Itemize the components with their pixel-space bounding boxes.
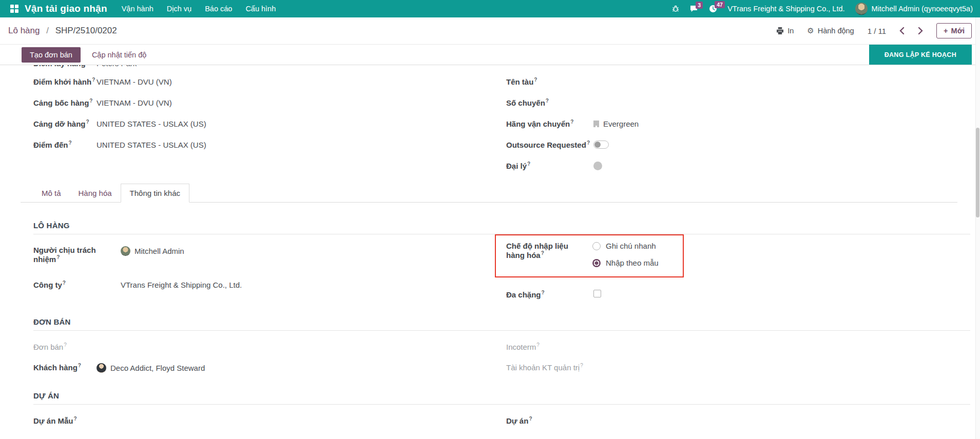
- field-label: Đơn bán: [33, 342, 97, 351]
- header-fields: Điểm khởi hành VIETNAM - DVU (VN) Cảng b…: [21, 70, 957, 172]
- field-value[interactable]: UNITED STATES - USLAX (US): [97, 119, 206, 128]
- field-du-an-mau: Dự án Mẫu: [33, 416, 485, 425]
- field-du-an: Dự án: [506, 416, 957, 425]
- messages-count-badge: 3: [696, 2, 703, 9]
- field-label: Tài khoản KT quản trị: [506, 363, 583, 372]
- field-dai-ly: Đại lý: [506, 159, 957, 172]
- section-title: LÔ HÀNG: [33, 221, 970, 234]
- field-hang-van-chuyen: Hãng vận chuyển Evergreen: [506, 117, 957, 130]
- agent-avatar-placeholder[interactable]: [593, 162, 602, 170]
- breadcrumb: Lô hàng / SHP/2510/0202: [8, 26, 117, 36]
- field-label: Người chịu trách nhiệm: [33, 246, 121, 264]
- action-label: Hành động: [818, 27, 854, 35]
- user-avatar: [855, 3, 868, 15]
- field-label: Dự án Mẫu: [33, 416, 77, 425]
- control-panel: Lô hàng / SHP/2510/0202 In ⚙ Hành động 1…: [0, 17, 980, 44]
- header-fields-right: Tên tàu Số chuyến Hãng vận chuyển Evergr…: [506, 70, 957, 172]
- create-sale-order-button[interactable]: Tạo đơn bán: [22, 47, 81, 63]
- field-so-chuyen: Số chuyến: [506, 96, 957, 109]
- breadcrumb-parent[interactable]: Lô hàng: [8, 26, 40, 35]
- field-label: Điểm đến: [33, 140, 97, 149]
- top-navbar: Vận tải giao nhận Vận hành Dịch vụ Báo c…: [0, 0, 980, 17]
- field-outsource-requested: Outsource Requested: [506, 138, 957, 151]
- radio-ghi-chu-nhanh[interactable]: Ghi chú nhanh: [592, 242, 659, 250]
- field-cang-boc-hang: Cảng bốc hàng VIETNAM - DVU (VN): [33, 96, 485, 109]
- status-badge-planning[interactable]: ĐANG LẬP KẾ HOẠCH: [869, 45, 972, 65]
- form-sheet: Điểm lấy hàng Peters Park Điểm khởi hành…: [0, 65, 980, 439]
- section-du-an: DỰ ÁN Dự án Mẫu Dự án: [21, 391, 957, 425]
- debug-bug-icon[interactable]: [671, 5, 680, 13]
- field-value[interactable]: UNITED STATES - USLAX (US): [97, 141, 206, 149]
- gear-icon: ⚙: [807, 26, 814, 35]
- tab-hang-hoa[interactable]: Hàng hóa: [70, 184, 121, 202]
- user-menu[interactable]: Mitchell Admin (qynoeeqvyt5a): [855, 3, 973, 15]
- carrier-name: Evergreen: [603, 119, 639, 128]
- field-label: Số chuyến: [506, 98, 593, 107]
- new-record-button[interactable]: + Mới: [936, 23, 972, 38]
- menu-bao-cao[interactable]: Báo cáo: [205, 5, 232, 13]
- notebook-tabs: Mô tả Hàng hóa Thông tin khác: [21, 184, 957, 203]
- field-label: Cảng dỡ hàng: [33, 119, 97, 128]
- pager-next-button[interactable]: [918, 27, 923, 34]
- print-label: In: [787, 27, 794, 35]
- field-don-ban: Đơn bán: [33, 342, 485, 351]
- responsible-value[interactable]: Mitchell Admin: [121, 246, 184, 256]
- customer-value[interactable]: Deco Addict, Floyd Steward: [97, 363, 205, 373]
- plus-icon: +: [944, 27, 948, 35]
- section-title: DỰ ÁN: [33, 391, 970, 405]
- menu-dich-vu[interactable]: Dịch vụ: [167, 5, 191, 13]
- responsible-avatar: [121, 246, 130, 256]
- print-button[interactable]: In: [776, 27, 794, 35]
- activities-count-badge: 47: [715, 1, 725, 8]
- clipped-field-row: Điểm lấy hàng Peters Park: [21, 65, 957, 70]
- form-statusbar: Tạo đơn bán Cập nhật tiến độ ĐANG LẬP KẾ…: [0, 44, 980, 65]
- header-fields-left: Điểm khởi hành VIETNAM - DVU (VN) Cảng b…: [33, 70, 485, 172]
- tab-thong-tin-khac[interactable]: Thông tin khác: [121, 184, 189, 203]
- field-khach-hang: Khách hàng Deco Addict, Floyd Steward: [33, 363, 485, 373]
- section-title: ĐƠN BÁN: [33, 317, 970, 331]
- outsource-toggle[interactable]: [593, 141, 609, 149]
- radio-nhap-theo-mau[interactable]: Nhập theo mẫu: [592, 258, 659, 267]
- responsible-name: Mitchell Admin: [134, 247, 184, 255]
- field-label: Công ty: [33, 280, 121, 289]
- field-value[interactable]: VIETNAM - DVU (VN): [97, 77, 172, 86]
- multi-leg-checkbox[interactable]: [593, 290, 601, 297]
- field-label: Đa chặng: [506, 290, 593, 299]
- pager-previous-button[interactable]: [899, 27, 905, 34]
- highlight-red-box: Chế độ nhập liệu hàng hóa Ghi chú nhanh …: [495, 234, 684, 277]
- radio-selected-icon[interactable]: [592, 259, 601, 267]
- action-menu-button[interactable]: ⚙ Hành động: [807, 26, 854, 35]
- company-switcher[interactable]: VTrans Freight & Shipping Co., Ltd.: [727, 5, 844, 13]
- app-title[interactable]: Vận tải giao nhận: [25, 3, 107, 14]
- user-name: Mitchell Admin (qynoeeqvyt5a): [872, 5, 973, 13]
- field-label: Cảng bốc hàng: [33, 98, 97, 107]
- clipped-field-label: Điểm lấy hàng: [33, 65, 97, 69]
- field-ten-tau: Tên tàu: [506, 75, 957, 88]
- tab-mo-ta[interactable]: Mô tả: [33, 184, 70, 202]
- update-progress-button[interactable]: Cập nhật tiến độ: [92, 51, 146, 59]
- field-che-do-nhap-lieu: Chế độ nhập liệu hàng hóa Ghi chú nhanh …: [506, 242, 672, 267]
- clipped-field-value: Peters Park: [97, 65, 137, 69]
- field-label: Incoterm: [506, 342, 540, 351]
- section-don-ban: ĐƠN BÁN Đơn bán Khách hàng Deco Addict, …: [21, 317, 957, 373]
- radio-label: Ghi chú nhanh: [606, 242, 656, 250]
- record-pager: 1 / 11: [868, 27, 886, 35]
- menu-cau-hinh[interactable]: Cấu hình: [245, 5, 276, 13]
- field-label: Khách hàng: [33, 363, 97, 372]
- messages-icon[interactable]: 3: [690, 5, 699, 13]
- menu-van-hanh[interactable]: Vận hành: [122, 5, 153, 13]
- field-value[interactable]: VIETNAM - DVU (VN): [97, 98, 172, 107]
- field-nguoi-chiu-trach-nhiem: Người chịu trách nhiệm Mitchell Admin: [33, 246, 485, 264]
- field-label: Chế độ nhập liệu hàng hóa: [506, 242, 592, 260]
- vertical-scrollbar[interactable]: [975, 17, 980, 439]
- customer-avatar: [97, 363, 106, 373]
- scrollbar-thumb[interactable]: [976, 128, 979, 217]
- radio-unselected-icon[interactable]: [592, 242, 601, 250]
- company-value[interactable]: VTrans Freight & Shipping Co., Ltd.: [121, 281, 242, 289]
- carrier-value[interactable]: Evergreen: [593, 119, 639, 128]
- field-diem-den: Điểm đến UNITED STATES - USLAX (US): [33, 138, 485, 151]
- building-icon: [593, 121, 599, 127]
- field-label: Outsource Requested: [506, 140, 593, 149]
- apps-menu-icon[interactable]: [10, 5, 18, 13]
- activities-clock-icon[interactable]: 47: [709, 5, 717, 13]
